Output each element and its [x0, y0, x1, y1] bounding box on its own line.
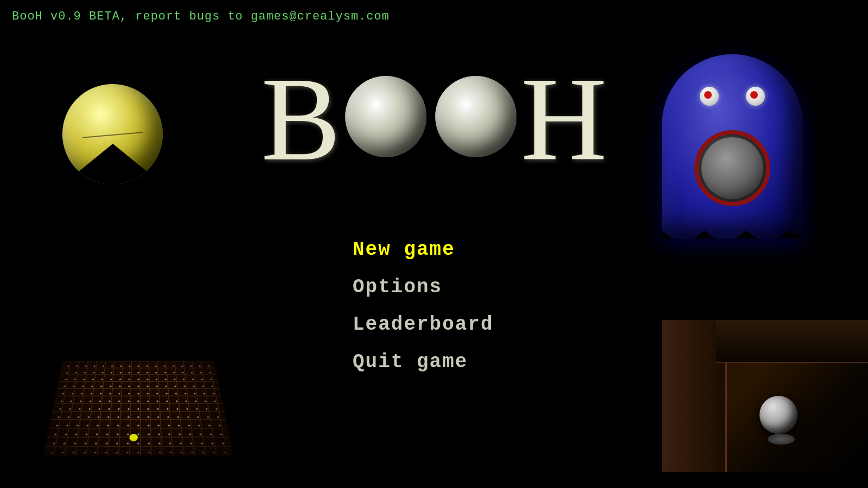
- title-sphere-o1: [345, 76, 426, 157]
- scene-background: [662, 320, 868, 472]
- ghost-eye-left: [700, 87, 719, 106]
- maze-container: [43, 361, 233, 455]
- title-letter-h: H: [521, 60, 607, 179]
- scene-sphere-base: [768, 434, 795, 445]
- scene-ghost-sphere: [760, 396, 803, 445]
- menu-item-leaderboard[interactable]: Leaderboard: [353, 313, 494, 336]
- scene-sphere-body: [760, 396, 797, 434]
- game-title: B H: [261, 60, 607, 179]
- title-letter-b: B: [261, 60, 341, 179]
- ghost-mouth-sphere: [701, 137, 763, 199]
- scene-wall-top: [716, 320, 868, 363]
- pacman-sphere: [62, 84, 163, 184]
- ghost-body: [662, 54, 803, 239]
- maze-preview: [43, 325, 233, 455]
- maze-overlay: [43, 361, 233, 455]
- ghost-mouth: [694, 130, 770, 206]
- menu-item-options[interactable]: Options: [353, 276, 442, 298]
- game-scene-preview: [662, 320, 868, 472]
- version-text: BooH v0.9 BETA, report bugs to games@cre…: [12, 10, 390, 23]
- title-sphere-o2: [435, 76, 516, 157]
- pacman-character: [62, 84, 163, 184]
- menu-item-quit-game[interactable]: Quit game: [353, 351, 468, 373]
- maze-pacman-icon: [129, 434, 138, 441]
- menu-item-new-game[interactable]: New game: [353, 239, 455, 261]
- ghost-eye-right: [746, 87, 765, 106]
- ghost-character: [662, 54, 825, 260]
- ghost-eyes: [700, 87, 765, 106]
- main-menu: New game Options Leaderboard Quit game: [353, 239, 515, 373]
- pacman-detail: [82, 132, 143, 138]
